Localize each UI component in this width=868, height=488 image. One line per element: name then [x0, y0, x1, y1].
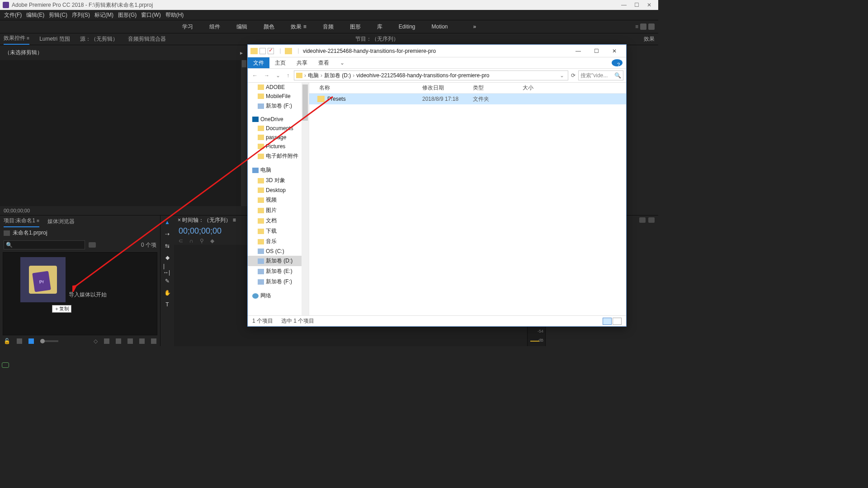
menu-help[interactable]: 帮助(H) [164, 11, 185, 19]
workspace-editing-cn[interactable]: 编辑 [236, 23, 247, 31]
ripple-edit-tool-icon[interactable]: ⇆ [163, 242, 171, 250]
menu-window[interactable]: 窗口(W) [140, 11, 162, 19]
explorer-nav-tree[interactable]: ADOBEMobileFile新加卷 (F:)OneDriveDocuments… [248, 83, 309, 315]
tree-item[interactable]: 下载 [248, 226, 309, 236]
col-date[interactable]: 修改日期 [422, 84, 473, 92]
scrollbar[interactable] [241, 60, 247, 206]
ribbon-tab-share[interactable]: 共享 [291, 57, 313, 69]
menu-sequence[interactable]: 序列(S) [71, 11, 91, 19]
maximize-button[interactable]: ☐ [630, 2, 643, 8]
explorer-close-button[interactable]: ✕ [605, 48, 623, 54]
refresh-button[interactable]: ⟳ [571, 72, 576, 79]
track-select-tool-icon[interactable]: ⇢ [163, 230, 171, 238]
ribbon-tab-home[interactable]: 主页 [269, 57, 291, 69]
panel-menu-icon[interactable]: ≡ [635, 23, 638, 30]
tree-item[interactable]: 音乐 [248, 236, 309, 247]
tree-scrollbar[interactable] [302, 83, 309, 315]
details-view-button[interactable] [603, 318, 612, 325]
tree-item[interactable]: 新加卷 (D:) [248, 256, 309, 266]
ribbon-collapse-icon[interactable]: ⌄ [335, 58, 350, 68]
tree-item[interactable]: 图片 [248, 205, 309, 216]
sort-icon[interactable]: ◇ [94, 338, 98, 344]
tab-source-monitor[interactable]: 源：（无剪辑） [80, 35, 118, 45]
workspace-library[interactable]: 库 [377, 23, 382, 31]
delete-icon[interactable] [151, 338, 156, 344]
zoom-slider[interactable] [40, 340, 58, 342]
tree-item[interactable]: 网络 [248, 291, 309, 301]
menu-edit[interactable]: 编辑(E) [25, 11, 46, 19]
tree-item[interactable]: 新加卷 (F:) [248, 277, 309, 287]
address-bar[interactable]: › 电脑 › 新加卷 (D:) › videohive-22125468-han… [294, 70, 568, 80]
razor-tool-icon[interactable]: ◆ [163, 253, 171, 262]
breadcrumb-drive[interactable]: 新加卷 (D:) [324, 72, 351, 80]
tab-media-browser[interactable]: 媒体浏览器 [47, 218, 75, 227]
timeline-tab-label[interactable]: × 时间轴：（无序列） ≡ [178, 216, 236, 225]
settings-icon[interactable]: ◆ [210, 238, 214, 244]
col-name[interactable]: 名称 [309, 84, 422, 92]
breadcrumb-pc[interactable]: 电脑 [308, 72, 319, 80]
tree-item[interactable]: ADOBE [248, 83, 309, 92]
nav-up-button[interactable]: ↑ [285, 72, 291, 79]
workspace-editing[interactable]: Editing [399, 23, 415, 30]
ribbon-tab-view[interactable]: 查看 [313, 57, 335, 69]
tab-effects-right[interactable]: 效果 [644, 35, 655, 45]
type-tool-icon[interactable]: T [163, 300, 171, 309]
col-type[interactable]: 类型 [473, 84, 523, 92]
tree-item[interactable]: 文档 [248, 216, 309, 226]
selection-tool-icon[interactable]: ▲ [163, 218, 171, 226]
delete-bin-icon[interactable] [648, 217, 655, 223]
collapse-arrow-icon[interactable]: ▸ [240, 50, 243, 56]
workspace-audio[interactable]: 音频 [323, 23, 334, 31]
workspace-assembly[interactable]: 组件 [209, 23, 220, 31]
workspace-learn[interactable]: 学习 [182, 23, 193, 31]
tree-item[interactable]: 新加卷 (E:) [248, 266, 309, 277]
tab-program-monitor[interactable]: 节目：（无序列） [355, 35, 399, 45]
nav-recent-dropdown[interactable]: ⌄ [274, 72, 282, 79]
lock-icon[interactable]: 🔓 [4, 338, 10, 344]
status-chip-icon[interactable] [2, 362, 9, 368]
col-size[interactable]: 大小 [523, 84, 559, 92]
address-dropdown-icon[interactable]: ⌄ [558, 72, 566, 79]
menu-file[interactable]: 文件(F) [3, 11, 23, 19]
workspace-motion[interactable]: Motion [432, 23, 448, 30]
snap-icon[interactable]: ⊂ [179, 238, 183, 244]
explorer-minimize-button[interactable]: ― [569, 48, 587, 54]
tree-item[interactable]: 新加卷 (F:) [248, 101, 309, 111]
list-view-icon[interactable] [17, 338, 22, 344]
breadcrumb-folder[interactable]: videohive-22125468-handy-transitions-for… [356, 72, 489, 79]
new-item-icon[interactable] [139, 338, 145, 344]
file-row[interactable]: Presets2018/8/9 17:18文件夹 [309, 94, 626, 104]
ribbon-tab-file[interactable]: 文件 [248, 57, 269, 69]
tree-item[interactable]: OS (C:) [248, 247, 309, 256]
find-icon[interactable] [116, 338, 121, 344]
help-icon[interactable]: ? [612, 59, 623, 66]
tab-effect-controls[interactable]: 效果控件 ≡ [4, 34, 29, 45]
menu-marker[interactable]: 标记(M) [93, 11, 115, 19]
tree-item[interactable]: Desktop [248, 186, 309, 195]
linked-selection-icon[interactable]: ∩ [189, 238, 193, 244]
icon-view-icon[interactable] [28, 338, 34, 344]
tab-lumetri-scopes[interactable]: Lumetri 范围 [39, 35, 70, 45]
tree-item[interactable]: MobileFile [248, 92, 309, 101]
workspace-graphics[interactable]: 图形 [350, 23, 361, 31]
explorer-maximize-button[interactable]: ☐ [587, 48, 605, 54]
new-bin-icon[interactable] [89, 242, 96, 248]
slip-tool-icon[interactable]: |↔| [163, 265, 171, 273]
explorer-search-input[interactable]: 搜索"vide... 🔍 [578, 70, 623, 80]
tab-project[interactable]: 项目:未命名1 ≡ [4, 217, 39, 227]
tree-item[interactable]: 3D 对象 [248, 175, 309, 186]
minimize-button[interactable]: ― [618, 2, 630, 8]
tab-audio-clip-mixer[interactable]: 音频剪辑混合器 [128, 35, 166, 45]
qat-checkbox-on[interactable] [268, 48, 274, 54]
folder-bin-icon[interactable] [639, 217, 646, 223]
workspace-overflow-button[interactable]: » [473, 23, 476, 30]
qat-checkbox-off[interactable] [259, 48, 266, 54]
tree-item[interactable]: 视频 [248, 195, 309, 205]
column-headers[interactable]: 名称 修改日期 类型 大小 [309, 83, 626, 94]
tree-item[interactable]: 电脑 [248, 165, 309, 175]
auto-match-icon[interactable] [104, 338, 109, 344]
pen-tool-icon[interactable]: ✎ [163, 277, 171, 285]
tree-item[interactable]: Pictures [248, 142, 309, 151]
marker-icon[interactable]: ⚲ [200, 238, 204, 244]
project-bin-area[interactable]: Pr 导入媒体以开始 ＋复制 [3, 252, 157, 335]
